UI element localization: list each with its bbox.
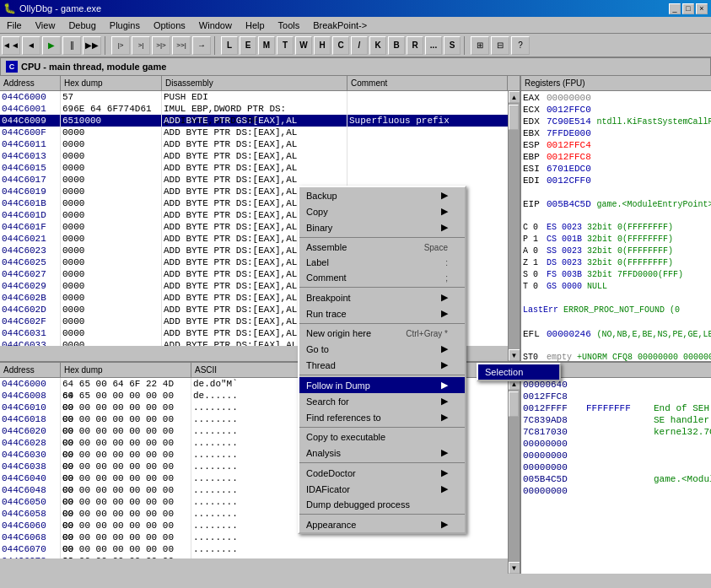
tb-run[interactable]: ▶ — [42, 36, 61, 55]
ctx-follow-selection[interactable]: Selection — [478, 364, 559, 380]
reg-line: ESP0012FFC4 — [523, 139, 709, 151]
menu-plugins[interactable]: Plugins — [106, 19, 143, 31]
reg-line: P 1CS 001B 32bit 0(FFFFFFFF) — [523, 234, 709, 245]
scroll-down[interactable]: ▼ — [509, 349, 520, 361]
tb-R[interactable]: R — [407, 36, 423, 55]
tb-E[interactable]: E — [240, 36, 256, 55]
main-content: Address Hex dump Disassembly Comment 044… — [0, 76, 711, 363]
ctx-breakpoint[interactable]: Breakpoint▶ — [299, 289, 465, 305]
tb-M[interactable]: M — [258, 36, 275, 55]
ctx-runtrace[interactable]: Run trace▶ — [299, 305, 465, 321]
ctx-appearance[interactable]: Appearance▶ — [299, 516, 465, 532]
list-item[interactable]: 00000000 — [523, 461, 709, 473]
list-item[interactable]: 7C817030kernel32.7C817030 — [523, 426, 709, 438]
reg-content: EAX00000000 ECX0012FFC0 EDX7C90E514 ntdl… — [521, 91, 711, 361]
reg-line — [523, 316, 709, 328]
dump-scroll-thumb[interactable] — [509, 391, 519, 417]
menu-breakpoint[interactable]: BreakPoint-> — [310, 19, 370, 31]
ctx-thread[interactable]: Thread▶ — [299, 357, 465, 373]
minimize-button[interactable]: _ — [669, 3, 681, 14]
tb-L[interactable]: L — [221, 36, 238, 55]
reg-line — [523, 340, 709, 352]
ctx-label[interactable]: Label: — [299, 255, 465, 270]
ctx-idaficator[interactable]: IDAFicator▶ — [299, 481, 465, 497]
list-item[interactable]: 00000000 — [523, 438, 709, 450]
ctx-copy[interactable]: Copy▶ — [299, 203, 465, 219]
dump-col-address: Address — [0, 363, 61, 377]
tb-prev[interactable]: ◄ — [22, 36, 40, 55]
table-row[interactable]: 044C60170000ADD BYTE PTR DS:[EAX],AL — [0, 174, 508, 186]
tb-C[interactable]: C — [332, 36, 349, 55]
ctx-goto[interactable]: Go to▶ — [299, 341, 465, 357]
dump-scroll-down[interactable]: ▼ — [509, 562, 520, 574]
scroll-up[interactable]: ▲ — [509, 91, 520, 103]
ctx-neworigin[interactable]: New origin hereCtrl+Gray * — [299, 326, 465, 341]
tb-T[interactable]: T — [277, 36, 294, 55]
table-row[interactable]: 044C60110000ADD BYTE PTR DS:[EAX],AL — [0, 138, 508, 150]
scroll-thumb[interactable] — [509, 105, 519, 130]
tb-list[interactable]: ⊟ — [491, 36, 509, 55]
disasm-col-header: Address Hex dump Disassembly Comment — [0, 76, 520, 91]
tb-H[interactable]: H — [314, 36, 331, 55]
tb-S[interactable]: S — [444, 36, 461, 55]
tb-goto[interactable]: → — [192, 36, 211, 55]
ctx-copy-to-exec[interactable]: Copy to executable — [299, 429, 465, 445]
table-row[interactable]: 044C60130000ADD BYTE PTR DS:[EAX],AL — [0, 150, 508, 162]
table-row[interactable]: 044C6009 6510000 ADD BYTE PTR GS:[EAX],A… — [0, 115, 508, 127]
menu-tools[interactable]: Tools — [275, 19, 304, 31]
tb-step-over[interactable]: >| — [132, 36, 150, 55]
disasm-scrollbar[interactable]: ▲ ▼ — [508, 91, 520, 361]
reg-line: S 0FS 003B 32bit 7FFD0000(FFF) — [523, 269, 709, 281]
tb-K[interactable]: K — [369, 36, 386, 55]
menu-window[interactable]: Window — [196, 19, 235, 31]
menu-help[interactable]: Help — [242, 19, 268, 31]
menu-debug[interactable]: Debug — [65, 19, 99, 31]
maximize-button[interactable]: □ — [682, 3, 694, 14]
cpu-title: CPU - main thread, module game — [21, 62, 166, 72]
dump-scrollbar[interactable]: ▲ ▼ — [508, 378, 520, 574]
scroll-track[interactable] — [509, 103, 520, 349]
ctx-dump-debugged[interactable]: Dump debugged process — [299, 497, 465, 512]
table-row[interactable]: 044C6001 696E 64 6F774D61 IMUL EBP,DWORD… — [0, 103, 508, 115]
tb-W[interactable]: W — [295, 36, 312, 55]
tb-forward[interactable]: ▶▶ — [83, 36, 101, 55]
menu-options[interactable]: Options — [150, 19, 189, 31]
ctx-codedoctor[interactable]: CodeDoctor▶ — [299, 465, 465, 481]
close-button[interactable]: × — [696, 3, 708, 14]
list-item[interactable]: 00000000 — [523, 485, 709, 497]
ctx-binary[interactable]: Binary▶ — [299, 219, 465, 235]
ctx-follow-in-dump[interactable]: Follow in Dump▶ — [299, 377, 465, 393]
tb-step-into[interactable]: |> — [111, 36, 130, 55]
menu-file[interactable]: File — [3, 19, 25, 31]
tb-grid[interactable]: ⊞ — [471, 36, 489, 55]
ctx-analysis[interactable]: Analysis▶ — [299, 445, 465, 461]
menu-view[interactable]: View — [32, 19, 59, 31]
tb-step-back[interactable]: >>| — [172, 36, 191, 55]
ctx-search-for[interactable]: Search for▶ — [299, 393, 465, 409]
table-row[interactable]: 044C6000 57 PUSH EDI — [0, 91, 508, 103]
registers-panel: Registers (FPU) EAX00000000 ECX0012FFC0 … — [521, 76, 711, 361]
table-row[interactable]: 044C600F0000ADD BYTE PTR DS:[EAX],AL — [0, 127, 508, 138]
list-item[interactable]: 005B4C5Dgame.<ModuleEntryPoint> — [523, 473, 709, 485]
col-address: Address — [0, 76, 61, 90]
tb-help[interactable]: ? — [511, 36, 530, 55]
ctx-find-refs[interactable]: Find references to▶ — [299, 409, 465, 425]
ctx-backup[interactable]: Backup▶ — [299, 187, 465, 203]
tb-step-out[interactable]: >|> — [152, 36, 170, 55]
tb-slash[interactable]: / — [351, 36, 368, 55]
stack-panel: 00000640 0012FFC8 0012FFFFFFFFFFFFEnd of… — [521, 363, 711, 574]
table-row[interactable]: 044C607000 00 00 00 00 00 00 00........ — [0, 543, 508, 555]
table-row[interactable]: 044C607800 00 00 00 00 00 00 00........ — [0, 555, 508, 558]
dump-scroll-track[interactable] — [509, 390, 520, 562]
list-item[interactable]: 00000000 — [523, 450, 709, 461]
tb-pause[interactable]: ‖ — [62, 36, 81, 55]
tb-B[interactable]: B — [388, 36, 405, 55]
list-item[interactable]: 0012FFFFFFFFFFFFEnd of SEH chain — [523, 402, 709, 414]
ctx-comment[interactable]: Comment; — [299, 270, 465, 285]
ctx-assemble[interactable]: AssembleSpace — [299, 240, 465, 255]
tb-dots[interactable]: ... — [425, 36, 442, 55]
list-item[interactable]: 7C839AD8SE handler — [523, 414, 709, 426]
list-item[interactable]: 0012FFC8 — [523, 391, 709, 402]
table-row[interactable]: 044C60150000ADD BYTE PTR DS:[EAX],AL — [0, 162, 508, 174]
tb-rewind[interactable]: ◄◄ — [2, 36, 20, 55]
